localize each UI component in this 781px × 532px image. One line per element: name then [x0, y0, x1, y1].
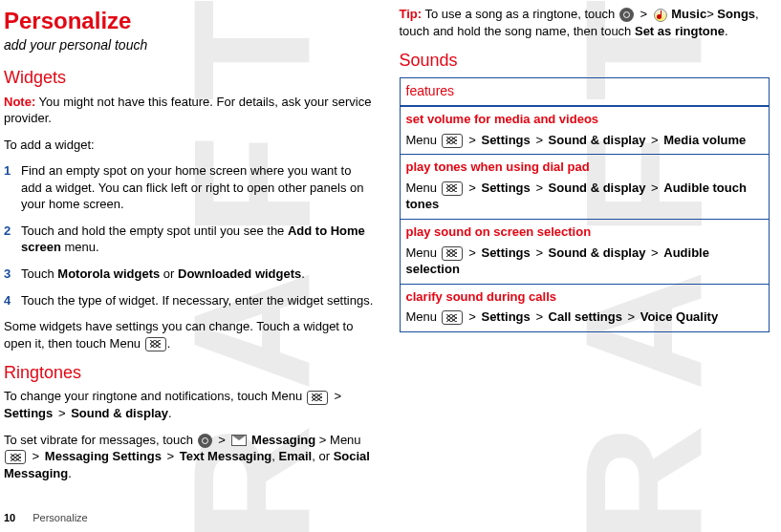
step-3-a: Touch	[21, 266, 57, 281]
menu-grid-icon	[442, 134, 463, 148]
fp-sound-display: Sound & display	[549, 245, 646, 260]
menu-grid-icon	[307, 391, 328, 405]
gt-sep: >	[331, 389, 341, 403]
widgets-steps: 1 Find an empty spot on your home screen…	[4, 162, 375, 309]
feature-label: set volume for media and videos	[401, 107, 770, 130]
rt2-msg-settings: Messaging Settings	[45, 449, 162, 463]
gt-sep: >	[532, 181, 547, 195]
menu-grid-icon	[145, 337, 166, 351]
gt-sep: >	[647, 245, 662, 260]
step-4-num: 4	[4, 292, 21, 309]
step-3-bold-a: Motorola widgets	[57, 266, 160, 281]
widgets-outro-a: Some widgets have settings you can chang…	[4, 319, 353, 351]
tip-paragraph: Tip: To use a song as a ringtone, touch …	[400, 6, 770, 39]
note-text: You might not have this feature. For det…	[4, 95, 371, 126]
heading-sounds: Sounds	[400, 49, 770, 72]
heading-widgets: Widgets	[4, 66, 375, 89]
rt2-i: ,	[271, 449, 278, 463]
rt2-email: Email	[279, 449, 313, 463]
gt-sep: >	[466, 309, 480, 324]
fp-call-settings: Call settings	[549, 309, 622, 324]
left-column: Personalize add your personal touch Widg…	[4, 6, 375, 532]
step-3-or: or	[160, 266, 178, 281]
fp-menu: Menu	[406, 309, 441, 324]
tip-d: >	[706, 7, 717, 21]
step-3-num: 3	[4, 266, 21, 283]
ringtones-p2: To set vibrate for messages, touch > Mes…	[4, 432, 375, 482]
step-2-body: Touch and hold the empty spot until you …	[21, 223, 375, 256]
fp-settings: Settings	[481, 245, 530, 260]
rt2-a: To set vibrate for messages, touch	[4, 433, 197, 447]
tip-music: Music	[671, 7, 706, 21]
messaging-icon	[231, 435, 247, 446]
note-label: Note:	[4, 95, 35, 109]
rt2-messaging: Messaging	[251, 433, 315, 447]
music-icon	[654, 9, 667, 22]
heading-ringtones: Ringtones	[4, 361, 375, 384]
fp-menu: Menu	[406, 181, 441, 195]
page: DRAFT DRAFT Personalize add your persona…	[0, 0, 781, 532]
rt2-d: > Menu	[315, 433, 360, 447]
footer-section: Personalize	[33, 512, 87, 523]
ringtones-settings: Settings	[4, 406, 53, 420]
gt-sep: >	[466, 133, 480, 147]
feature-row-voice-quality: clarify sound during calls Menu > Settin…	[401, 284, 770, 331]
gt-sep: >	[532, 133, 547, 147]
tip-songs: Songs	[717, 7, 755, 21]
step-2-b: menu.	[61, 240, 99, 254]
widgets-outro: Some widgets have settings you can chang…	[4, 318, 375, 351]
step-2-num: 2	[4, 223, 21, 256]
page-title: Personalize	[4, 6, 375, 36]
launcher-circle-icon	[619, 8, 634, 22]
right-column: Tip: To use a song as a ringtone, touch …	[400, 6, 770, 532]
gt-sep: >	[532, 245, 547, 260]
sounds-table: features set volume for media and videos…	[400, 77, 770, 331]
gt-sep: >	[163, 449, 178, 463]
step-3: 3 Touch Motorola widgets or Downloaded w…	[4, 266, 375, 283]
gt-sep: >	[637, 7, 651, 21]
feature-label: play sound on screen selection	[401, 220, 770, 243]
widgets-outro-b: .	[167, 336, 171, 351]
feature-row-dial-tones: play tones when using dial pad Menu > Se…	[401, 154, 770, 219]
menu-grid-icon	[5, 450, 26, 464]
sounds-table-header: features	[401, 78, 770, 106]
feature-path: Menu > Settings > Call settings > Voice …	[401, 307, 770, 331]
gt-sep: >	[532, 309, 547, 324]
gt-sep: >	[624, 309, 639, 324]
menu-grid-icon	[442, 310, 463, 325]
fp-menu: Menu	[406, 245, 441, 260]
step-1: 1 Find an empty spot on your home screen…	[4, 162, 375, 213]
ringtones-p1-end: .	[168, 406, 172, 420]
step-3-body: Touch Motorola widgets or Downloaded wid…	[21, 266, 375, 283]
ringtones-p1: To change your ringtone and notification…	[4, 388, 375, 421]
ringtones-sound-display: Sound & display	[71, 406, 168, 420]
tip-set-ringtone: Set as ringtone	[635, 24, 725, 38]
fp-settings: Settings	[481, 181, 530, 195]
page-number: 10	[4, 512, 15, 523]
fp-menu: Menu	[406, 133, 441, 147]
ringtones-p1-a: To change your ringtone and notification…	[4, 389, 306, 403]
fp-settings: Settings	[481, 133, 530, 147]
step-1-body: Find an empty spot on your home screen w…	[21, 162, 375, 213]
rt2-text: Text Messaging	[180, 449, 272, 463]
fp-sound-display: Sound & display	[549, 181, 646, 195]
widgets-note: Note: You might not have this feature. F…	[4, 94, 375, 127]
tip-a: To use a song as a ringtone, touch	[422, 7, 618, 21]
page-subtitle: add your personal touch	[4, 36, 375, 54]
step-4-body: Touch the type of widget. If necessary, …	[21, 292, 375, 309]
fp-sound-display: Sound & display	[549, 133, 646, 147]
page-footer: 10Personalize	[4, 511, 88, 525]
gt-sep: >	[29, 449, 43, 463]
feature-path: Menu > Settings > Sound & display > Audi…	[401, 243, 770, 284]
step-1-num: 1	[4, 162, 21, 213]
menu-grid-icon	[442, 181, 463, 196]
rt2-k: , or	[312, 449, 333, 463]
feature-row-screen-selection: play sound on screen selection Menu > Se…	[401, 219, 770, 284]
tip-h: .	[725, 24, 728, 38]
gt-sep: >	[647, 133, 662, 147]
gt-sep: >	[466, 181, 480, 195]
menu-grid-icon	[442, 246, 463, 261]
gt-sep: >	[647, 181, 662, 195]
step-2: 2 Touch and hold the empty spot until yo…	[4, 223, 375, 256]
feature-path: Menu > Settings > Sound & display > Audi…	[401, 178, 770, 219]
